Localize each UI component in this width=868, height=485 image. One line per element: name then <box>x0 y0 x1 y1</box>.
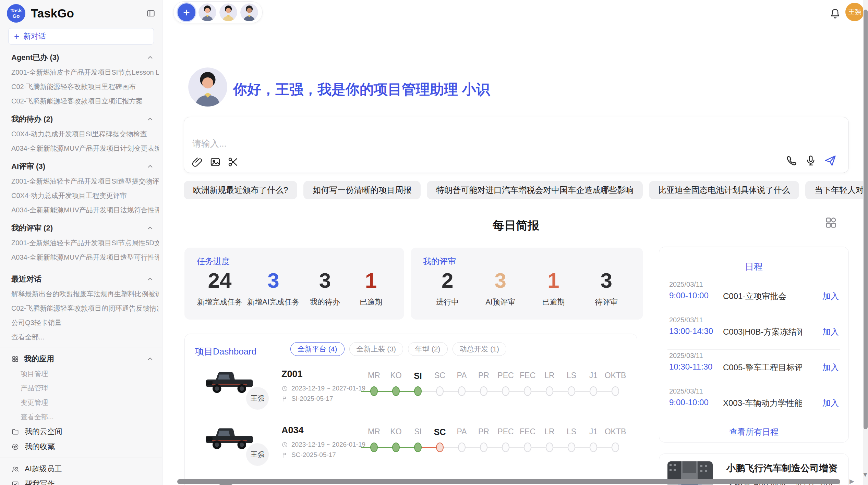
sidebar-tool-item[interactable]: 帮我写作 <box>11 476 154 485</box>
sidebar-task-item[interactable]: A034-全新新能源MUV产品开发项目计划变更表编写 <box>11 141 159 156</box>
milestone-dot[interactable] <box>436 386 444 396</box>
milestone-dot[interactable] <box>392 443 400 452</box>
vertical-scrollbar-thumb[interactable] <box>864 10 868 429</box>
sidebar-link-favorites[interactable]: 我的收藏 <box>11 439 154 454</box>
flag-icon <box>281 452 288 458</box>
sidebar-task-item[interactable]: C02-飞腾新能源轻客改款项目里程碑画布 <box>11 79 159 94</box>
app-menu-item[interactable]: 查看全部... <box>21 410 159 424</box>
recent-chat-item[interactable]: C02-飞腾新能源轻客改款项目的闭环通告反馈情况 <box>11 301 159 315</box>
milestone-dot[interactable] <box>546 443 553 452</box>
message-composer <box>184 117 849 173</box>
milestone-dot[interactable] <box>480 386 487 396</box>
chevron-up-icon[interactable] <box>146 355 154 363</box>
milestone-dot[interactable] <box>370 443 378 452</box>
suggestion-chip[interactable]: 当下年轻人对汽车外观有怎样的喜好趋势 <box>805 181 868 199</box>
app-title: TaskGo <box>31 7 74 20</box>
sidebar-section-header: 我的待办 (2) <box>11 112 154 127</box>
milestone-label: PEC <box>495 371 517 381</box>
sidebar-task-item[interactable]: C0X4-动力总成开发项目SI里程碑提交物检查 <box>11 127 159 141</box>
mic-icon[interactable] <box>805 154 817 167</box>
milestone-dot[interactable] <box>458 386 466 396</box>
milestone-label: MR <box>363 371 385 381</box>
join-meeting-link[interactable]: 加入 <box>822 291 839 302</box>
recent-chat-item[interactable]: 查看全部... <box>11 330 159 344</box>
agent-avatar-2[interactable] <box>219 3 237 21</box>
sidebar-task-item[interactable]: C02-飞腾新能源轻客改款项目立项汇报方案 <box>11 94 159 108</box>
new-chat-button[interactable]: + 新对话 <box>8 28 154 45</box>
my-apps-header[interactable]: 我的应用 <box>11 351 154 366</box>
suggestion-chip[interactable]: 如何写一份清晰的项目周报 <box>303 181 421 199</box>
image-icon[interactable] <box>209 156 221 168</box>
sidebar-task-item[interactable]: A034-全新新能源MUV产品开发项目法规符合性评审 <box>11 203 159 217</box>
app-menu-item[interactable]: 产品管理 <box>21 381 159 395</box>
scroll-down-arrow-icon[interactable]: ▼ <box>862 471 868 478</box>
milestone-dot[interactable] <box>612 386 619 396</box>
dashboard-tab[interactable]: 全新平台 (4) <box>290 342 345 356</box>
milestone-dot[interactable] <box>392 386 400 396</box>
sidebar-tool-item[interactable]: AI超级员工 <box>11 461 154 476</box>
user-avatar[interactable]: 王强 <box>845 3 864 21</box>
milestone-dot[interactable] <box>524 443 531 452</box>
dashboard-tab[interactable]: 年型 (2) <box>408 342 448 356</box>
collapse-sidebar-icon[interactable] <box>146 9 155 18</box>
sidebar-task-item[interactable]: A034-全新新能源MUV产品开发项目造型可行性评审 <box>11 250 159 264</box>
project-owner-badge: 王强 <box>245 386 270 411</box>
phone-icon[interactable] <box>785 154 798 167</box>
project-flag-label: SC-2025-05-17 <box>291 451 336 459</box>
chevron-up-icon[interactable] <box>146 224 154 232</box>
chevron-up-icon[interactable] <box>146 163 154 170</box>
milestone-dot[interactable] <box>480 443 487 452</box>
join-meeting-link[interactable]: 加入 <box>822 326 839 337</box>
milestone-dot[interactable] <box>546 386 553 396</box>
milestone-dot[interactable] <box>568 386 575 396</box>
add-agent-button[interactable]: + <box>178 3 195 21</box>
milestone-dot[interactable] <box>414 443 422 452</box>
scissors-icon[interactable] <box>227 156 239 168</box>
suggestion-chip[interactable]: 比亚迪全固态电池计划具体说了什么 <box>649 181 799 199</box>
scroll-right-arrow-icon[interactable]: ▶ <box>849 477 854 485</box>
project-code[interactable]: A034 <box>281 425 365 436</box>
recent-chat-item[interactable]: 公司Q3轻卡销量 <box>11 315 159 330</box>
sidebar-task-item[interactable]: Z001-全新燃油轻卡产品开发项目SI造型提交物评审 <box>11 174 159 188</box>
milestone-dot[interactable] <box>590 386 597 396</box>
suggestion-chip[interactable]: 欧洲新规最近颁布了什么? <box>184 181 297 199</box>
chevron-up-icon[interactable] <box>146 54 154 61</box>
join-meeting-link[interactable]: 加入 <box>822 362 839 373</box>
stat-value: 3 <box>247 269 300 292</box>
notification-bell-icon[interactable] <box>829 8 841 21</box>
project-code[interactable]: Z001 <box>281 369 365 380</box>
sidebar-task-item[interactable]: Z001-全新燃油轻卡产品开发项目SI节点属性5D文件评审 <box>11 236 159 250</box>
send-icon[interactable] <box>824 154 837 167</box>
dashboard-tab[interactable]: 全新上装 (3) <box>349 342 403 356</box>
milestone-dot[interactable] <box>502 443 509 452</box>
view-all-schedule-link[interactable]: 查看所有日程 <box>659 426 848 437</box>
milestone-dot[interactable] <box>612 443 619 452</box>
milestone-dot[interactable] <box>436 443 444 452</box>
milestone-dot[interactable] <box>370 386 378 396</box>
attach-icon[interactable] <box>192 156 203 168</box>
sidebar-task-item[interactable]: Z001-全新燃油皮卡产品开发项目SI节点Lesson Learn报告 <box>11 65 159 79</box>
horizontal-scrollbar-thumb[interactable] <box>177 479 840 484</box>
milestone-dot[interactable] <box>590 443 597 452</box>
chevron-up-icon[interactable] <box>146 115 154 123</box>
suggestion-chip[interactable]: 特朗普可能对进口汽车增税会对中国车企造成哪些影响 <box>427 181 643 199</box>
stat: 1已逾期 <box>350 269 391 307</box>
milestone-dot[interactable] <box>458 443 466 452</box>
app-menu-item[interactable]: 变更管理 <box>21 395 159 410</box>
milestone-dot[interactable] <box>502 386 509 396</box>
milestone-dot[interactable] <box>414 386 422 396</box>
recent-chat-item[interactable]: 解释最新出台的欧盟报废车法规再生塑料比例被调至15%... <box>11 287 159 301</box>
message-input[interactable] <box>192 137 707 156</box>
sidebar-link-cloud-folder[interactable]: 我的云空间 <box>11 424 154 439</box>
app-menu-item[interactable]: 项目管理 <box>21 366 159 381</box>
milestone-dot[interactable] <box>568 443 575 452</box>
sidebar-task-item[interactable]: C0X4-动力总成开发项目工程变更评审 <box>11 188 159 203</box>
join-meeting-link[interactable]: 加入 <box>822 398 839 409</box>
dashboard-tab[interactable]: 动总开发 (1) <box>453 342 507 356</box>
briefing-layout-icon[interactable] <box>824 216 838 231</box>
agent-avatar-1[interactable] <box>198 3 216 21</box>
agent-avatar-3[interactable] <box>240 3 258 21</box>
chevron-up-icon[interactable] <box>146 275 154 283</box>
milestone-dot[interactable] <box>524 386 531 396</box>
project-flag: SC-2025-05-17 <box>281 451 365 459</box>
